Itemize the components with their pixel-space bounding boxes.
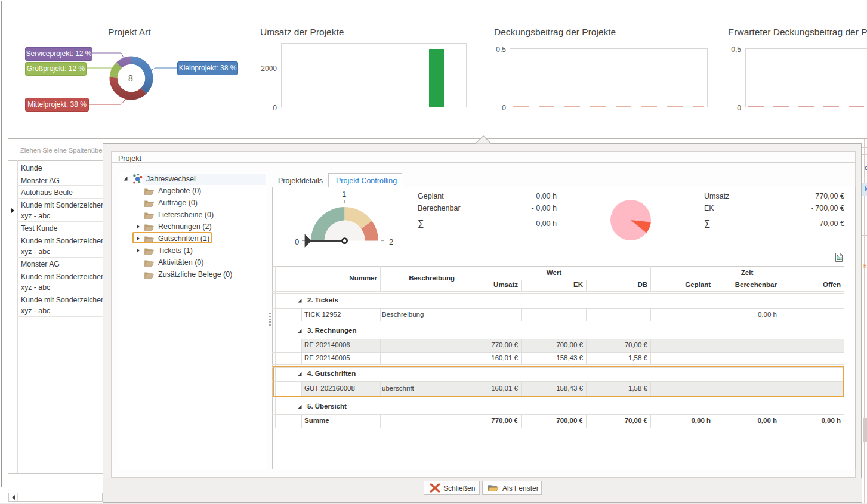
- svg-text:x: x: [837, 253, 839, 258]
